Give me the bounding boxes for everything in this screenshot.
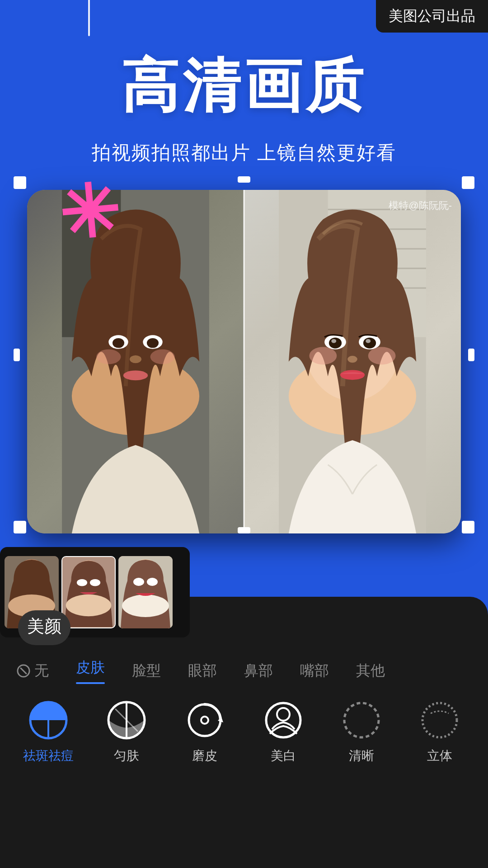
svg-point-29 — [366, 339, 371, 343]
svg-point-40 — [77, 579, 87, 586]
tab-beauty[interactable]: 美颜 — [18, 610, 70, 645]
svg-point-12 — [150, 349, 175, 364]
edge-left — [14, 349, 20, 361]
corner-tr — [462, 176, 474, 189]
category-face[interactable]: 脸型 — [125, 661, 168, 681]
feature-spot-remove[interactable]: 祛斑祛痘 — [9, 698, 87, 764]
spot-remove-icon — [27, 698, 70, 742]
main-title: 高清画质 — [0, 54, 488, 118]
svg-point-32 — [309, 347, 337, 364]
svg-point-60 — [422, 703, 457, 737]
brand-badge: 美图公司出品 — [376, 0, 488, 33]
thumbnail-2[interactable] — [61, 556, 116, 628]
category-none[interactable]: 无 — [9, 661, 56, 681]
feature-sharpen[interactable]: 清晰 — [322, 698, 400, 764]
polish-label: 磨皮 — [192, 747, 217, 764]
smooth-label: 匀肤 — [114, 747, 139, 764]
svg-point-31 — [340, 370, 365, 380]
category-other[interactable]: 其他 — [349, 661, 392, 681]
svg-point-41 — [90, 579, 100, 586]
svg-point-58 — [277, 708, 290, 721]
feature-contour[interactable]: 立体 — [401, 698, 479, 764]
whiten-label: 美白 — [271, 747, 296, 764]
svg-point-9 — [130, 355, 141, 363]
svg-point-10 — [123, 371, 148, 381]
subtitle: 拍视频拍照都出片 上镜自然更好看 — [0, 140, 488, 165]
category-skin-label: 皮肤 — [76, 658, 105, 678]
smooth-icon — [105, 698, 148, 742]
category-mouth-label: 嘴部 — [300, 661, 329, 681]
category-eye-label: 眼部 — [188, 661, 217, 681]
whiten-icon — [262, 698, 305, 742]
contour-icon — [418, 698, 461, 742]
watermark: 模特@陈阮阮- — [389, 199, 452, 212]
svg-point-59 — [344, 703, 379, 737]
category-row: 无 皮肤 脸型 眼部 鼻部 嘴部 其他 — [0, 645, 488, 684]
svg-point-44 — [122, 594, 169, 617]
corner-tl — [14, 176, 26, 189]
svg-point-56 — [201, 717, 208, 724]
svg-point-33 — [368, 347, 396, 364]
corner-bl — [14, 521, 26, 533]
svg-line-48 — [21, 668, 26, 674]
svg-point-25 — [329, 338, 342, 349]
svg-point-6 — [113, 338, 124, 348]
category-skin[interactable]: 皮肤 — [69, 658, 112, 684]
svg-point-30 — [347, 356, 357, 363]
edge-right — [468, 349, 474, 361]
thumbnail-3[interactable] — [118, 556, 173, 628]
svg-point-8 — [147, 338, 159, 348]
category-other-label: 其他 — [356, 661, 385, 681]
spot-remove-label: 祛斑祛痘 — [23, 747, 74, 764]
corner-br — [462, 521, 474, 533]
category-nose[interactable]: 鼻部 — [237, 661, 280, 681]
contour-label: 立体 — [427, 747, 452, 764]
category-none-label: 无 — [34, 661, 49, 681]
sharpen-label: 清晰 — [349, 747, 374, 764]
after-image — [244, 190, 461, 533]
before-image — [27, 190, 244, 533]
svg-point-45 — [133, 578, 144, 586]
feature-smooth[interactable]: 匀肤 — [87, 698, 165, 764]
brand-label: 美图公司出品 — [389, 8, 475, 24]
asterisk-decoration: ✳ — [56, 174, 122, 251]
feature-whiten[interactable]: 美白 — [244, 698, 322, 764]
category-eye[interactable]: 眼部 — [181, 661, 224, 681]
feature-polish[interactable]: 磨皮 — [166, 698, 244, 764]
bottom-panel: 美颜 美妆 无 皮肤 脸型 眼部 鼻部 嘴部 — [0, 597, 488, 868]
category-mouth[interactable]: 嘴部 — [293, 661, 336, 681]
svg-point-11 — [96, 349, 121, 364]
polish-icon — [183, 698, 226, 742]
before-after-divider[interactable] — [244, 190, 245, 533]
edge-top — [238, 176, 250, 183]
feature-row: 祛斑祛痘 匀肤 — [0, 684, 488, 764]
svg-point-26 — [331, 339, 336, 343]
category-face-label: 脸型 — [132, 661, 161, 681]
timeline-slider[interactable] — [88, 0, 90, 36]
svg-point-46 — [147, 578, 158, 586]
svg-point-39 — [66, 594, 112, 616]
category-nose-label: 鼻部 — [244, 661, 273, 681]
svg-point-28 — [363, 338, 376, 349]
sharpen-icon — [340, 698, 383, 742]
